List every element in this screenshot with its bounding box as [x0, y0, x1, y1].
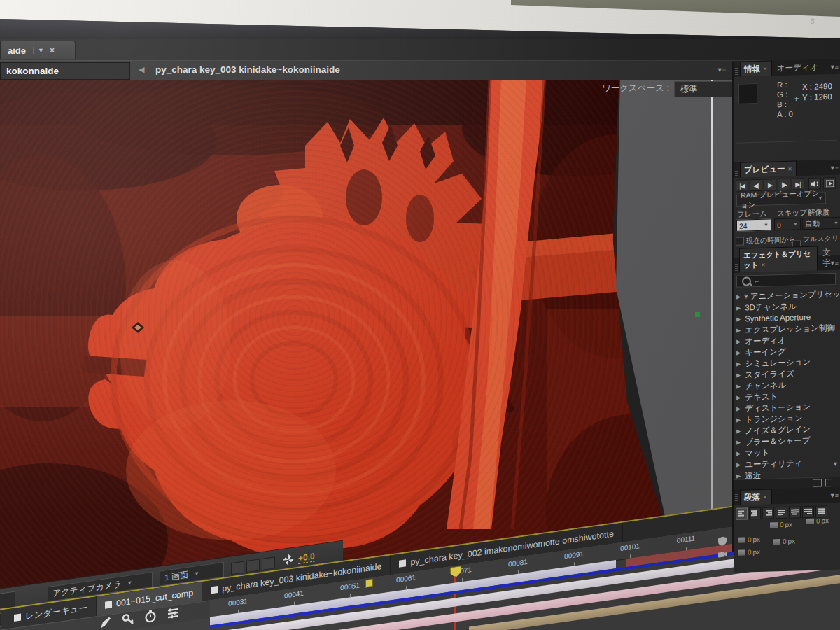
pinwheel-icon[interactable] — [283, 554, 294, 566]
color-swatch — [738, 83, 757, 104]
align-right-button[interactable] — [762, 507, 774, 519]
indent-field[interactable]: 0 px — [738, 548, 760, 556]
justify-last-left-button[interactable] — [776, 507, 788, 519]
shield-icon[interactable] — [718, 536, 727, 547]
composition-viewer[interactable] — [0, 78, 671, 599]
effects-search-field[interactable]: ⌐ — [736, 273, 836, 288]
tab-info[interactable]: 情報× — [740, 60, 772, 76]
frame-label: フレーム — [737, 209, 767, 220]
panel-box-icon[interactable] — [0, 613, 1, 629]
speaker-icon — [811, 180, 819, 187]
align-left-button[interactable] — [736, 507, 748, 519]
effects-category-list: ▶ ∗ アニメーションプリセット ▶ 3Dチャンネル — [735, 288, 837, 482]
grid-guides-icon[interactable] — [231, 561, 244, 575]
desk-background — [511, 0, 840, 18]
timeline-side-icons — [718, 536, 727, 562]
camera-icon[interactable] — [718, 550, 727, 559]
justify-last-center-button[interactable] — [789, 506, 801, 518]
frame-input[interactable]: 24▼ — [736, 218, 771, 231]
monitor-photo: 5 — [0, 0, 840, 630]
skip-input[interactable]: 0▼ — [774, 218, 801, 230]
panel-menu-icon[interactable]: ▼≡ — [717, 66, 725, 74]
expand-triangle-icon[interactable]: ▶ — [736, 428, 741, 434]
panel-menu-icon[interactable]: ▼≡ — [830, 492, 838, 499]
stopwatch-icon[interactable] — [144, 609, 157, 624]
expand-triangle-icon[interactable]: ▶ — [736, 316, 741, 322]
paragraph-panel: 段落× ▼≡ — [734, 487, 840, 573]
viewer-glare — [0, 78, 671, 599]
tab-effects-presets[interactable]: エフェクト＆プリセット× — [739, 246, 818, 273]
flowchart-icon[interactable] — [246, 559, 260, 573]
resolution-dropdown[interactable]: 自動▼ — [802, 217, 840, 230]
panel-menu-icon[interactable]: ▼≡ — [830, 64, 838, 71]
tab-preview[interactable]: プレビュー× — [740, 160, 797, 177]
expand-triangle-icon[interactable]: ▶ — [736, 450, 741, 456]
panel-grip[interactable] — [735, 494, 738, 504]
search-icon — [742, 276, 751, 286]
after-effects-screen: アクティブカメラ▼ 1 画面▼ +0.0 レンダーキュー — [0, 0, 840, 630]
panel-grip[interactable] — [735, 262, 738, 272]
r-value: R : — [777, 80, 793, 90]
chevron-down-icon[interactable]: ▼ — [33, 47, 48, 54]
panel-grip[interactable] — [735, 66, 738, 76]
indent-field[interactable]: 0 px — [770, 521, 792, 529]
chevron-down-icon: ▼ — [194, 570, 200, 577]
new-folder-icon[interactable] — [813, 479, 822, 486]
panel-menu-icon[interactable]: ▼≡ — [830, 260, 838, 267]
offset-value[interactable]: +0.0 — [298, 551, 315, 564]
comp-tab-row: kokonnaide ◀ py_chara key_003 kinidake~k… — [0, 61, 732, 80]
indent-icon — [770, 522, 778, 528]
work-area-marker[interactable] — [365, 579, 373, 588]
expand-triangle-icon[interactable]: ▶ — [736, 405, 741, 412]
top-tab-strip: aide ▼ × ワークスペース : 標準 ▼ ヘルプを検索 — [0, 39, 840, 61]
expand-triangle-icon[interactable]: ▶ — [736, 416, 741, 423]
app-titlebar — [0, 19, 840, 41]
effects-presets-panel: エフェクト＆プリセット× 文字 ▼≡ ⌐ ▶ ∗ アニメーシ — [734, 255, 840, 490]
expand-triangle-icon[interactable]: ▶ — [736, 293, 741, 300]
new-preset-icon[interactable] — [825, 479, 834, 486]
exposure-icon[interactable] — [262, 556, 275, 570]
ram-options-dropdown[interactable]: RAM プレビューオプション ▼ — [736, 192, 826, 206]
chevron-down-icon: ▼ — [818, 195, 823, 201]
comp-name-tab[interactable]: kokonnaide — [0, 62, 130, 80]
tab-paragraph[interactable]: 段落× — [740, 489, 772, 505]
expand-triangle-icon[interactable]: ▶ — [736, 360, 741, 367]
expand-triangle-icon[interactable]: ▶ — [736, 472, 741, 479]
expand-triangle-icon[interactable]: ▶ — [736, 439, 741, 445]
expand-triangle-icon[interactable]: ▶ — [736, 349, 741, 356]
expand-triangle-icon[interactable]: ▶ — [736, 383, 741, 389]
expand-triangle-icon[interactable]: ▶ — [736, 372, 741, 378]
expand-triangle-icon[interactable]: ▶ — [736, 394, 741, 400]
right-panel-column: 情報× オーディオ ▼≡ R : G : B : A : 0 + X : 249… — [732, 59, 840, 552]
x-coordinate: X : 2490 — [802, 81, 832, 92]
indent-field[interactable]: 0 px — [806, 517, 829, 525]
preview-panel: プレビュー× ▼≡ |◀◀|▶|▶▶| RAM プレビューオプション — [734, 160, 840, 258]
tab-audio[interactable]: オーディオ — [772, 59, 823, 76]
indent-field[interactable]: 0 px — [738, 536, 760, 544]
from-current-time-checkbox[interactable]: 現在の時間から — [736, 234, 796, 246]
close-icon[interactable]: × — [50, 46, 55, 55]
indent-icon — [806, 518, 814, 524]
comp-color-swatch — [399, 559, 406, 567]
scroll-down-arrow[interactable]: ▼ — [832, 461, 839, 468]
key-icon[interactable] — [122, 612, 134, 627]
justify-last-right-button[interactable] — [802, 506, 814, 518]
expand-triangle-icon[interactable]: ▶ — [736, 327, 741, 333]
ram-preview-button[interactable] — [823, 177, 836, 190]
expand-triangle-icon[interactable]: ▶ — [736, 338, 741, 344]
justify-all-button[interactable] — [816, 505, 827, 517]
sliders-icon[interactable] — [167, 606, 179, 621]
green-indicator-dot — [695, 312, 700, 317]
project-tab[interactable]: aide ▼ × — [0, 41, 76, 59]
panel-grip[interactable] — [735, 167, 738, 176]
indent-icon — [738, 550, 746, 555]
chevron-down-icon: ▼ — [127, 580, 132, 587]
expand-triangle-icon[interactable]: ▶ — [736, 461, 741, 468]
expand-triangle-icon[interactable]: ▶ — [736, 304, 741, 311]
pen-icon[interactable] — [99, 615, 112, 630]
align-center-button[interactable] — [749, 507, 761, 519]
y-coordinate: Y : 1260 — [802, 92, 832, 103]
back-arrow-icon[interactable]: ◀ — [139, 65, 144, 74]
panel-menu-icon[interactable]: ▼≡ — [830, 164, 838, 172]
indent-field[interactable]: 0 px — [773, 537, 795, 545]
